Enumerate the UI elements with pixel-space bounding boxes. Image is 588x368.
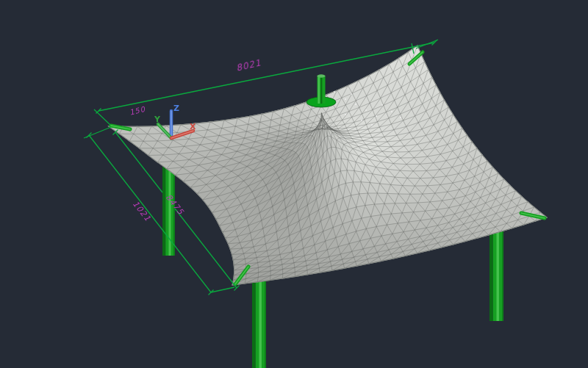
cad-viewport[interactable]: 8021 150 1021 8475 Z Y X bbox=[0, 0, 588, 368]
viewport-canvas[interactable] bbox=[0, 0, 588, 368]
